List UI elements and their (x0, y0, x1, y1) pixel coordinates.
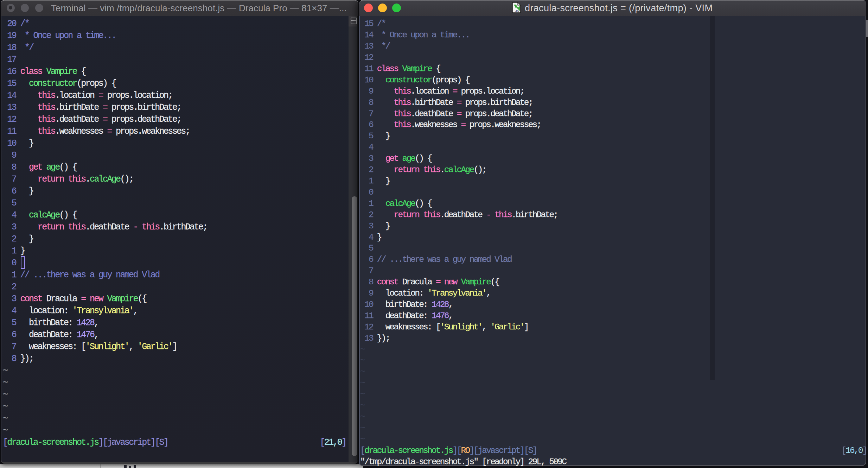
svg-text:JS: JS (515, 9, 519, 13)
